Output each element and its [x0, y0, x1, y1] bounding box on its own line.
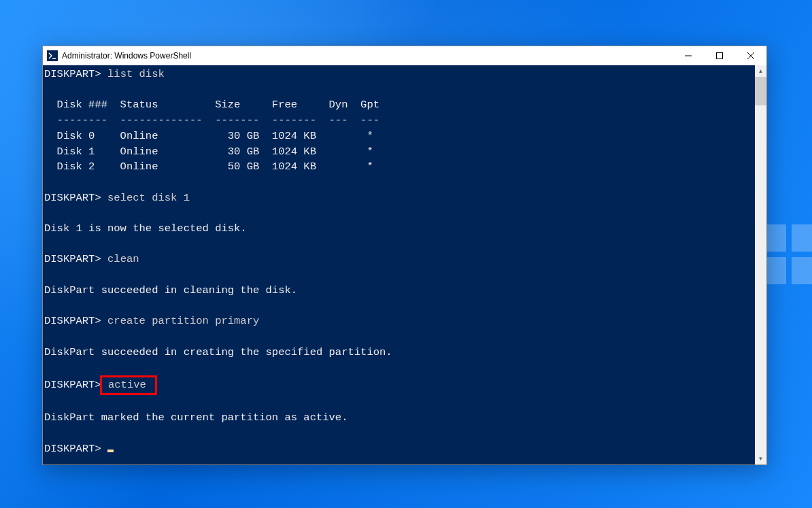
diskpart-prompt: DISKPART>	[44, 253, 101, 265]
diskpart-prompt: DISKPART>	[44, 443, 101, 455]
vertical-scrollbar[interactable]: ▲ ▼	[755, 65, 766, 464]
window-title: Administrator: Windows PowerShell	[62, 51, 673, 61]
table-row: Disk 2 Online 50 GB 1024 KB *	[44, 160, 373, 173]
diskpart-prompt: DISKPART>	[44, 379, 101, 391]
output-message: Disk 1 is now the selected disk.	[44, 222, 247, 235]
close-button[interactable]	[735, 46, 766, 65]
table-header: Disk ### Status Size Free Dyn Gpt	[44, 99, 379, 111]
terminal-cursor	[107, 450, 114, 452]
command-list-disk: list disk	[107, 68, 165, 80]
diskpart-prompt: DISKPART>	[44, 68, 101, 80]
output-message: DiskPart succeeded in creating the speci…	[44, 346, 392, 358]
table-row: Disk 0 Online 30 GB 1024 KB *	[44, 130, 373, 142]
scroll-up-icon[interactable]: ▲	[755, 65, 766, 77]
maximize-button[interactable]	[704, 46, 735, 65]
command-select-disk: select disk 1	[107, 192, 190, 204]
svg-rect-1	[717, 53, 723, 59]
powershell-icon	[47, 50, 58, 61]
window-controls	[673, 46, 766, 65]
command-create-partition: create partition primary	[107, 315, 259, 327]
window-titlebar[interactable]: Administrator: Windows PowerShell	[43, 46, 766, 65]
highlighted-command: active	[100, 375, 157, 395]
minimize-button[interactable]	[673, 46, 704, 65]
diskpart-prompt: DISKPART>	[44, 315, 101, 327]
diskpart-prompt: DISKPART>	[44, 192, 101, 204]
table-separator: -------- ------------- ------- ------- -…	[44, 114, 379, 126]
output-message: DiskPart succeeded in cleaning the disk.	[44, 284, 297, 297]
scroll-down-icon[interactable]: ▼	[755, 453, 766, 464]
powershell-window: Administrator: Windows PowerShell DISKPA…	[42, 46, 767, 465]
terminal-output[interactable]: DISKPART> list disk Disk ### Status Size…	[43, 65, 755, 464]
table-row: Disk 1 Online 30 GB 1024 KB *	[44, 146, 373, 158]
command-clean: clean	[107, 253, 139, 265]
output-message: DiskPart marked the current partition as…	[44, 411, 348, 424]
scrollbar-thumb[interactable]	[755, 77, 766, 105]
command-active: active	[102, 379, 152, 391]
